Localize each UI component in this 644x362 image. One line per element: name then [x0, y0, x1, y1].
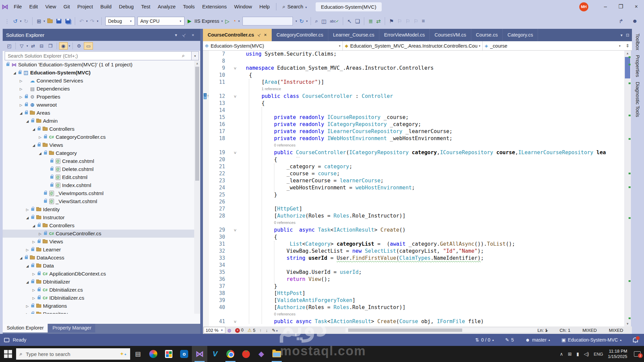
taskbar-icon-file-explorer[interactable] [269, 346, 284, 362]
new-project-icon[interactable]: ⊞ [35, 18, 43, 24]
tree-item-repository[interactable]: ▷Repository [3, 310, 194, 314]
scrollbar-thumb[interactable] [195, 67, 199, 181]
properties-icon[interactable]: ⚙ [75, 43, 83, 49]
menu-item-help[interactable]: Help [256, 0, 273, 13]
tree-item-dbinitializer[interactable]: ◢DbInitializer [3, 278, 194, 286]
git-branch[interactable]: ☻master▴ [525, 337, 550, 343]
tree-item-properties[interactable]: ▷⚙Properties [3, 93, 194, 101]
scroll-up-icon[interactable]: ▲ [624, 51, 631, 56]
column-indicator[interactable]: Ch: 1 [559, 328, 570, 333]
preview-selected-icon[interactable]: ▭ [84, 42, 93, 50]
tree-item-dataaccess[interactable]: ◢DataAccess [3, 254, 194, 262]
start-without-debugging-icon[interactable]: ▷ [223, 18, 231, 24]
taskbar-icon-microsoft-store[interactable] [161, 346, 176, 362]
collapse-icon[interactable]: ◢ [31, 224, 37, 228]
collapse-icon[interactable]: ◢ [24, 216, 30, 220]
line-ending-indicator[interactable]: MIXED [582, 328, 597, 333]
breadcrumb-type[interactable]: ◆ Education_System_MVC_.Areas.Instructor… [343, 41, 483, 50]
editor-vertical-scrollbar[interactable]: ▲ ▼ [624, 51, 631, 326]
pending-edits[interactable]: ✎5 [505, 337, 514, 343]
menu-item-tools[interactable]: Tools [179, 0, 199, 13]
solution-explorer-title-bar[interactable]: Solution Explorer ▾ ⊥ × [3, 29, 200, 41]
find-in-files-icon[interactable]: ⌕ [313, 18, 320, 24]
pin-icon[interactable]: ⊥ [179, 30, 190, 40]
tree-item-controllers[interactable]: ◢Controllers [3, 125, 194, 133]
spell-check-icon[interactable]: abc✓ [328, 19, 340, 23]
fold-chevron-icon[interactable]: ∨ [233, 318, 237, 325]
tree-item-coursecontroller-cs[interactable]: ▷C#CourseController.cs [3, 230, 194, 238]
expand-icon[interactable]: ▷ [31, 296, 37, 300]
refresh-icon[interactable]: ↻ [298, 18, 305, 24]
collapse-icon[interactable]: ◢ [24, 280, 30, 284]
taskbar-icon-crystal-app[interactable]: ◆ [254, 346, 269, 362]
code-editor[interactable]: 7using System.Security.Claims;89∨namespa… [203, 51, 624, 326]
bookmark-icon[interactable]: ⚑ [387, 18, 395, 24]
paste-format-icon[interactable]: ❏ [354, 18, 362, 24]
pending-changes-filter-icon[interactable]: ▽ [18, 43, 25, 49]
error-count[interactable]: × 0 [233, 327, 246, 333]
outdent-icon[interactable]: ⇄ [375, 18, 382, 24]
tree-item-learner[interactable]: ▷Learner [3, 246, 194, 254]
undo-icon[interactable]: ↶ [77, 18, 85, 24]
tree-item-connected-services[interactable]: ▷☁Connected Services [3, 77, 194, 85]
navigate-back-icon[interactable]: ↺ [11, 18, 19, 24]
solution-explorer-scrollbar[interactable]: ▲ [194, 61, 200, 314]
expand-icon[interactable]: ▷ [37, 232, 43, 236]
tool-window-tab-properties[interactable]: Properties [635, 55, 640, 77]
tree-item-identity[interactable]: ▷Identity [3, 205, 194, 214]
fold-chevron-icon[interactable]: ∨ [233, 93, 237, 100]
scroll-down-icon[interactable]: ▼ [624, 321, 631, 326]
editor-horizontal-scrollbar[interactable] [345, 328, 538, 333]
prev-issue-icon[interactable]: ↑ [257, 328, 264, 333]
menu-item-test[interactable]: Test [138, 0, 154, 13]
indent-icon[interactable]: ≣ [367, 18, 374, 24]
show-all-files-icon[interactable]: ❐ [46, 43, 55, 49]
pin-tab-icon[interactable]: ⊥ [254, 29, 265, 41]
codelens-references[interactable]: 0 references [274, 221, 296, 225]
taskbar-icon-visual-studio[interactable]: ⋈ [192, 346, 207, 362]
menu-item-view[interactable]: View [42, 0, 60, 13]
minimize-button[interactable]: – [598, 0, 613, 13]
clear-bookmarks-icon[interactable]: ⚐ [412, 18, 420, 24]
battery-icon[interactable]: ▮ [577, 351, 579, 357]
menu-item-project[interactable]: Project [73, 0, 97, 13]
collapse-icon[interactable]: ◢ [18, 111, 24, 115]
tree-item--viewimports-cshtml[interactable]: @_ViewImports.cshtml [3, 189, 194, 197]
expand-icon[interactable]: ▷ [24, 208, 30, 212]
breadcrumb-project[interactable]: ⊕ Education-System(MVC)▾ [203, 41, 343, 50]
next-bookmark-icon[interactable]: ⚐ [404, 18, 412, 24]
open-file-icon[interactable] [47, 19, 53, 23]
document-tab-coursesvm-cs[interactable]: CoursesVM.cs [430, 29, 471, 41]
tree-item-categorycontroller-cs[interactable]: ▷C#CategoryController.cs [3, 133, 194, 141]
codelens-references[interactable]: 0 references [274, 143, 296, 147]
tree-item-instructor[interactable]: ◢Instructor [3, 214, 194, 222]
taskbar-icon-copilot[interactable] [146, 346, 161, 362]
fold-chevron-icon[interactable]: ∨ [233, 149, 237, 156]
notifications-bell-icon[interactable] [633, 338, 638, 342]
solution-tree[interactable]: ⋈Solution 'Education-System(MVC)' (1 of … [3, 61, 194, 314]
document-tab-learner-course-cs[interactable]: Learner_Course.cs [328, 29, 379, 41]
start-debugging-icon[interactable]: ▶ [186, 18, 193, 24]
scroll-up-icon[interactable]: ▲ [194, 61, 200, 66]
navigate-forward-icon[interactable]: ↻ [22, 18, 30, 24]
collapse-icon[interactable]: ◢ [31, 143, 37, 147]
taskbar-icon-pomodoro[interactable] [238, 346, 254, 362]
action-center-icon[interactable]: 2 [634, 351, 641, 357]
next-issue-icon[interactable]: ↓ [264, 328, 270, 333]
tree-item-areas[interactable]: ◢Areas [3, 109, 194, 117]
clock[interactable]: 11:18 PM 1/15/2025 [608, 349, 627, 359]
document-tab-categorycontroller-cs[interactable]: CategoryController.cs [272, 29, 328, 41]
warning-count[interactable]: ⚠ 5 [246, 327, 257, 333]
taskbar-search[interactable]: ⌕ Type here to search ✦✦ [16, 348, 130, 360]
codelens-references[interactable]: 0 references [274, 312, 296, 316]
network-icon[interactable]: ⊞ [568, 351, 572, 357]
expand-icon[interactable]: ▷ [31, 288, 37, 292]
scrollbar-thumb[interactable] [625, 57, 630, 78]
hidden-icons-chevron[interactable]: ∧ [560, 351, 563, 357]
document-tab-coursecontroller-cs[interactable]: CourseController.cs⊥× [203, 29, 272, 41]
menu-item-analyze[interactable]: Analyze [154, 0, 179, 13]
tree-item-delete-cshtml[interactable]: @Delete.cshtml [3, 165, 194, 173]
encoding-indicator[interactable]: MIXED [609, 328, 623, 333]
share-icon[interactable]: ↱ [617, 18, 625, 24]
maximize-button[interactable]: ❐ [613, 0, 629, 13]
